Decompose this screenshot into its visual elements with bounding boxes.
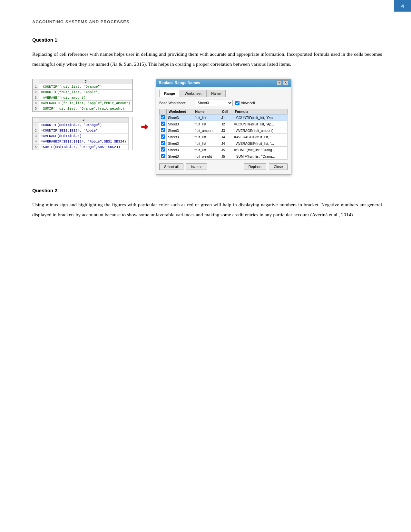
excel-row: 4 =AVERAGEIF($B$1:$B$24, "Apple",$E$1:$E… — [33, 139, 129, 144]
col-header-bottom: J — [39, 118, 129, 123]
table-row[interactable]: Sheet3 fruit_list J2 =COUNTIF(fruit_list… — [160, 121, 288, 127]
row-formula: =SUMIF(fruit_list, "Orang... — [233, 147, 288, 153]
table-row[interactable]: Sheet3 fruit_list J4 =AVERAGEIF(fruit_li… — [160, 134, 288, 140]
excel-row: 1 =COUNTIF($B$1:$B$24, "Orange") — [33, 123, 129, 128]
row-formula: =AVERAGE(fruit_amount) — [233, 127, 288, 134]
row-formula: =COUNTIF(fruit_list, "Ap... — [233, 121, 288, 127]
dialog-footer: Select all Inverse Replace Close — [159, 162, 288, 171]
empty-corner-2 — [33, 118, 39, 123]
range-names-table: Worksheet Name Cell Formula Sheet3 fruit… — [159, 109, 288, 160]
dialog-title-bar: Replace Range Names ? ✕ — [156, 79, 291, 87]
table-row[interactable]: Sheet3 fruit_list J5 =SUMIF(fruit_list, … — [160, 147, 288, 153]
table-row[interactable]: Sheet3 fruit_list J4 =AVERAGEIF(fruit_li… — [160, 140, 288, 147]
th-formula: Formula — [233, 109, 288, 114]
dialog-footer-right: Replace Close — [244, 163, 288, 170]
row-name: fruit_list — [193, 147, 220, 153]
base-worksheet-select[interactable]: Sheet3 — [194, 100, 233, 106]
row-check[interactable] — [160, 147, 167, 153]
question2-heading: Question 2: — [32, 188, 382, 193]
row-formula: =AVERAGEIF(fruit_list, "... — [233, 134, 288, 140]
question1-heading: Question 1: — [32, 37, 382, 43]
row-worksheet: Sheet3 — [167, 153, 193, 160]
row-cell: J4 — [220, 134, 233, 140]
empty-corner — [33, 79, 39, 84]
table-row[interactable]: Sheet3 fruit_weight J5 =SUMIF(fruit_list… — [160, 153, 288, 160]
table-row[interactable]: Sheet3 fruit_list J1 =COUNTIF(fruit_list… — [160, 114, 288, 121]
excel-panel-bottom: J 1 =COUNTIF($B$1:$B$24, "Orange") 2 =CO… — [32, 117, 133, 150]
dialog-body: Range Worksheet Name Base Worksheet: She… — [156, 87, 291, 174]
excel-panel-top: J 1 =COUNTIF(fruit_list, "Orange") 2 =CO… — [32, 79, 133, 112]
row-name: fruit_weight — [193, 153, 220, 160]
dialog-footer-left: Select all Inverse — [159, 163, 207, 170]
th-worksheet: Worksheet — [167, 109, 193, 114]
row-check[interactable] — [160, 127, 167, 134]
tab-name[interactable]: Name — [206, 90, 225, 97]
row-check[interactable] — [160, 140, 167, 147]
row-cell: J1 — [220, 114, 233, 121]
row-cell: J2 — [220, 121, 233, 127]
question1-body: Replacing of cell references with names … — [32, 49, 382, 69]
row-name: fruit_amount — [193, 127, 220, 134]
dialog-title-controls[interactable]: ? ✕ — [277, 80, 288, 85]
table-row[interactable]: Sheet3 fruit_amount J3 =AVERAGE(fruit_am… — [160, 127, 288, 134]
close-button[interactable]: ✕ — [283, 80, 288, 85]
row-formula: =AVERAGEIF(fruit_list, "... — [233, 140, 288, 147]
th-cell: Cell — [220, 109, 233, 114]
row-name: fruit_list — [193, 134, 220, 140]
question1-section: Question 1: Replacing of cell references… — [32, 37, 382, 69]
row-cell: J5 — [220, 153, 233, 160]
row-name: fruit_list — [193, 114, 220, 121]
row-worksheet: Sheet3 — [167, 147, 193, 153]
row-worksheet: Sheet3 — [167, 140, 193, 147]
row-worksheet: Sheet3 — [167, 121, 193, 127]
row-check[interactable] — [160, 121, 167, 127]
excel-row: 5 =SUMIF($B$1:$B$24, "Orange",$D$1:$D$24… — [33, 144, 129, 150]
row-worksheet: Sheet3 — [167, 114, 193, 121]
screenshot-container: J 1 =COUNTIF(fruit_list, "Orange") 2 =CO… — [32, 79, 382, 175]
base-worksheet-row: Base Worksheet: Sheet3 View cell — [159, 100, 288, 106]
row-cell: J5 — [220, 147, 233, 153]
row-worksheet: Sheet3 — [167, 134, 193, 140]
th-check — [160, 109, 167, 114]
excel-row: 2 =COUNTIF($B$1:$B$24, "Apple") — [33, 128, 129, 133]
tab-range[interactable]: Range — [159, 90, 180, 97]
dialog-title: Replace Range Names — [159, 81, 200, 85]
view-cell-checkbox[interactable] — [235, 101, 240, 105]
row-name: fruit_list — [193, 121, 220, 127]
row-cell: J4 — [220, 140, 233, 147]
row-check[interactable] — [160, 114, 167, 121]
document-header: ACCOUNTING SYSTEMS AND PROCESSES — [32, 19, 382, 24]
red-arrow-icon: ➜ — [141, 122, 148, 132]
row-cell: J3 — [220, 127, 233, 134]
row-formula: =COUNTIF(fruit_list, "Ora... — [233, 114, 288, 121]
close-dialog-button[interactable]: Close — [269, 163, 288, 170]
base-worksheet-label: Base Worksheet: — [159, 101, 191, 105]
row-check[interactable] — [160, 153, 167, 160]
replace-button[interactable]: Replace — [244, 163, 266, 170]
inverse-button[interactable]: Inverse — [186, 163, 207, 170]
th-name: Name — [193, 109, 220, 114]
excel-row: 4 =AVERAGEIF(fruit_list, "Apple",fruit_a… — [33, 101, 132, 106]
row-name: fruit_list — [193, 140, 220, 147]
question2-body: Using minus sign and highlighting the fi… — [32, 200, 382, 220]
question2-section: Question 2: Using minus sign and highlig… — [32, 188, 382, 220]
help-button[interactable]: ? — [277, 80, 282, 85]
row-worksheet: Sheet3 — [167, 127, 193, 134]
row-formula: =SUMIF(fruit_list, "Orang... — [233, 153, 288, 160]
excel-row: 2 =COUNTIF(fruit_list, "Apple") — [33, 90, 132, 95]
excel-row: 5 =SUMIF(fruit_list, "Orange",fruit_weig… — [33, 106, 132, 112]
excel-row: 3 =AVERAGE(fruit_amount) — [33, 95, 132, 101]
col-header-top: J — [39, 79, 132, 84]
excel-row: 3 =AVERAGE($E$1:$E$24) — [33, 133, 129, 139]
excel-row: 1 =COUNTIF(fruit_list, "Orange") — [33, 84, 132, 90]
replace-range-names-dialog[interactable]: Replace Range Names ? ✕ Range Worksheet … — [156, 79, 291, 175]
tab-worksheet[interactable]: Worksheet — [180, 90, 206, 97]
view-cell-row[interactable]: View cell — [235, 101, 255, 105]
row-check[interactable] — [160, 134, 167, 140]
dialog-tabs[interactable]: Range Worksheet Name — [159, 90, 288, 97]
excel-panels: J 1 =COUNTIF(fruit_list, "Orange") 2 =CO… — [32, 79, 133, 150]
select-all-button[interactable]: Select all — [159, 163, 183, 170]
view-cell-label: View cell — [241, 101, 255, 105]
page-number: 4 — [394, 0, 411, 12]
